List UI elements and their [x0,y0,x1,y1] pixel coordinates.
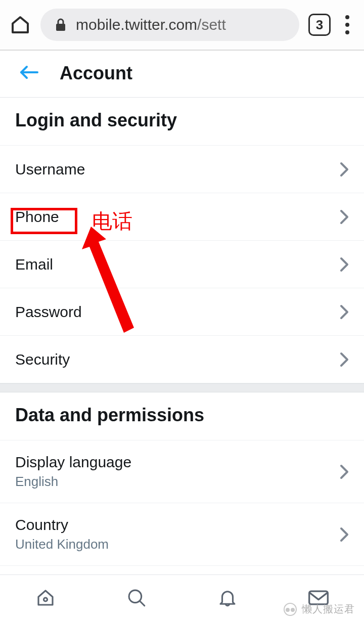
chevron-right-icon [340,464,349,479]
browser-toolbar: mobile.twitter.com/sett 3 [0,0,364,51]
row-email[interactable]: Email [0,241,364,288]
row-display-language[interactable]: Display language English [0,440,364,503]
arrow-left-icon [19,64,39,80]
row-password[interactable]: Password [0,288,364,336]
row-label: Password [15,303,82,321]
row-label: Country [15,516,109,534]
section-title-login-security: Login and security [0,98,364,146]
row-label: Display language [15,454,131,471]
url-text: mobile.twitter.com/sett [76,16,226,33]
tab-count: 3 [316,17,323,33]
tab-switcher-button[interactable]: 3 [308,14,331,36]
nav-messages-button[interactable] [307,586,330,609]
chevron-right-icon [340,209,349,225]
row-label: Email [15,256,53,273]
browser-home-button[interactable] [9,14,31,36]
row-sublabel: United Kingdom [15,537,109,552]
page-title: Account [60,63,132,84]
nav-home-button[interactable] [34,586,57,609]
section-title-data-permissions: Data and permissions [0,392,364,440]
bottom-nav [0,574,364,620]
chevron-right-icon [340,527,349,542]
home-icon [10,15,30,35]
kebab-dot-icon [345,30,349,34]
browser-menu-button[interactable] [340,15,355,34]
chevron-right-icon [340,352,349,367]
nav-search-button[interactable] [125,586,148,609]
row-country[interactable]: Country United Kingdom [0,503,364,566]
svg-line-4 [140,601,145,606]
nav-notifications-button[interactable] [216,586,239,609]
svg-rect-5 [309,591,328,604]
envelope-icon [307,589,330,607]
row-label: Username [15,161,85,178]
kebab-dot-icon [345,23,349,27]
search-icon [126,587,147,608]
row-security[interactable]: Security [0,336,364,383]
row-sublabel: English [15,474,131,490]
chevron-right-icon [340,257,349,272]
svg-rect-0 [56,24,65,31]
svg-point-2 [44,598,48,601]
lock-icon [55,18,67,32]
chevron-right-icon [340,162,349,177]
back-button[interactable] [19,64,39,82]
kebab-dot-icon [345,15,349,19]
row-label: Phone [15,208,59,226]
home-outline-icon [35,587,56,608]
section-divider [0,383,364,392]
address-bar[interactable]: mobile.twitter.com/sett [40,9,299,41]
row-label: Security [15,351,70,368]
page-header: Account [0,51,364,98]
bell-icon [217,587,238,608]
row-username[interactable]: Username [0,146,364,193]
row-phone[interactable]: Phone [0,193,364,241]
chevron-right-icon [340,304,349,320]
